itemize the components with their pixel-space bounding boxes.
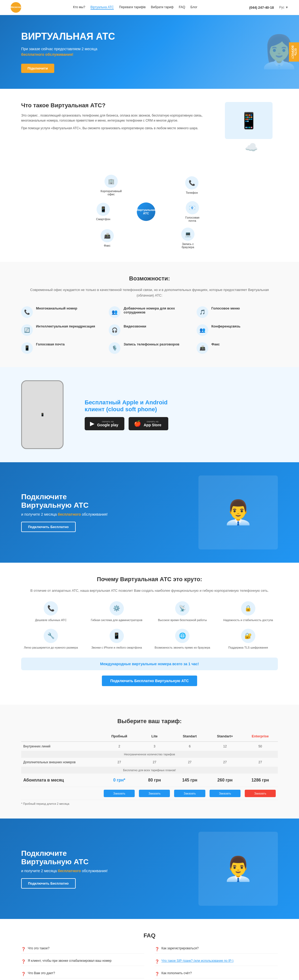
feature-voicemail: 📱 Голосовая почта xyxy=(21,342,102,354)
what-text2: При помощи услуги «Виртуальная АТС», Вы … xyxy=(21,126,214,131)
what-image: 📱 ☁️ xyxy=(225,102,278,154)
features-subtitle: Современный офис нуждается не только в к… xyxy=(21,287,278,298)
hero-connect-button[interactable]: Підключити xyxy=(21,64,54,73)
faq-text-8[interactable]: Как пополнить счёт? xyxy=(161,971,192,975)
cta1-button[interactable]: Подключить Бесплатно xyxy=(21,522,76,532)
why-grid: 📞 Дешевле обычных АТС ⚙️ Гибкая система … xyxy=(21,601,278,650)
why-label-5: Звонки с iPhone и любого смартфона xyxy=(91,646,142,650)
header-right: (044) 247-40-18 Рус ▼ xyxy=(249,6,288,10)
feature-conference: 👥 Конференцсвязь xyxy=(197,324,278,336)
office-label: Корпоративный офис xyxy=(101,189,122,196)
plan-btn-0[interactable]: Заказать xyxy=(104,790,135,797)
pricing-section-row-1: Неограниченное количество тарифов xyxy=(21,751,278,758)
feature-recording: 🎙️ Запись телефонных разговоров xyxy=(109,342,190,354)
section-row-label-1: Неограниченное количество тарифов xyxy=(21,751,278,758)
faq-item-6[interactable]: ❓ Как зарегистрироваться? xyxy=(155,944,278,954)
browser-icon: 💻 xyxy=(181,228,195,241)
plan-btn-1[interactable]: Заказать xyxy=(139,790,170,797)
faq-icon-8: ❓ xyxy=(155,972,159,976)
faq-text-2[interactable]: Что Вам это дает? xyxy=(28,971,55,975)
pricing-col-4: Enterprise xyxy=(243,731,278,741)
price-val-2: 145 грн xyxy=(172,773,207,787)
nav-item-faq[interactable]: FAQ xyxy=(179,5,185,10)
hero-content: ВИРТУАЛЬНАЯ АТС При заказе сейчас предос… xyxy=(21,31,115,73)
cta1-person-illustration: 👨‍💼 xyxy=(198,476,278,549)
logo-line2: КОМУНІКАЦІЇ xyxy=(13,6,25,8)
faq-text-6[interactable]: Как зарегистрироваться? xyxy=(161,947,199,950)
diagram-section: 🏢 Корпоративный офис 📞 Телефон 📱 Смартфо… xyxy=(0,167,299,262)
faq-text-1[interactable]: Я клиент, чтобы при звонке сглабализиров… xyxy=(28,959,111,963)
ask-question-button[interactable]: ЕСТЬ ВОПРОС? xyxy=(289,42,299,62)
ivr-icon: 🎵 xyxy=(197,306,208,318)
faq-item-7[interactable]: ❓ Что такое SIP-транк? (или использовани… xyxy=(155,957,278,966)
faq-item-8[interactable]: ❓ Как пополнить счёт? xyxy=(155,969,278,978)
row-val-3-3: 27 xyxy=(208,758,243,767)
smartphone-label: Смартфон xyxy=(96,218,110,221)
plan-btn-4[interactable]: Заказать xyxy=(245,790,276,797)
phone-diagram-icon: 📞 xyxy=(185,176,198,189)
voicemail-icon: 📧 xyxy=(186,201,199,214)
why-cta-button[interactable]: Подключить Бесплатно Виртуальную АТС xyxy=(102,676,197,686)
diagram-item-office: 🏢 Корпоративный офис xyxy=(101,175,122,196)
cta2-button[interactable]: Подключить Бесплатно xyxy=(21,878,76,889)
why-item-0: 📞 Дешевле обычных АТС xyxy=(21,601,81,622)
pricing-price-row: Абонплата в месяц 0 грн* 80 грн 145 грн … xyxy=(21,773,278,787)
row-label-3: Дополнительных внешних номеров xyxy=(21,758,102,767)
row-val-3-4: 27 xyxy=(243,758,278,767)
why-subtitle: В отличие от аппаратных АТС, наша виртуа… xyxy=(21,588,278,593)
what-title: Что такое Виртуальная АТС? xyxy=(21,102,214,109)
row-val-0-4: 50 xyxy=(243,741,278,751)
google-label: Google play xyxy=(97,423,118,427)
cta-section-2: Подключите Виртуальную АТС и получите 2 … xyxy=(0,819,299,919)
app-phone-illustration: 📱 xyxy=(21,380,74,449)
feature-extensions: 👥 Добавочные номера для всех сотрудников xyxy=(109,306,190,318)
hero-title: ВИРТУАЛЬНАЯ АТС xyxy=(21,31,115,42)
row-label-0: Внутренних линий xyxy=(21,741,102,751)
diagram-center-vats: Виртуальная АТС xyxy=(137,202,155,221)
plan-btn-3[interactable]: Заказать xyxy=(209,790,240,797)
table-row: Внутренних линий 2 3 6 12 50 xyxy=(21,741,278,751)
phone-illustration: 📱 xyxy=(225,102,273,139)
why-label-2: Высокое время безотказной работы xyxy=(158,618,207,622)
conference-icon: 👥 xyxy=(197,324,208,336)
row-val-0-0: 2 xyxy=(102,741,137,751)
diagram-item-phone: 📞 Телефон xyxy=(185,176,198,194)
cta1-text: Подключите Виртуальную АТС и получите 2 … xyxy=(21,493,188,532)
why-label-0: Дешевле обычных АТС xyxy=(35,618,67,622)
faq-item-1[interactable]: ❓ Я клиент, чтобы при звонке сглабализир… xyxy=(21,957,144,966)
feature-ivr: 🎵 Голосовое меню xyxy=(197,306,278,318)
voicemail-feat-icon: 📱 xyxy=(21,342,33,354)
lang-switcher[interactable]: Рус ▼ xyxy=(279,6,288,9)
extensions-icon: 👥 xyxy=(109,306,120,318)
faq-text-0[interactable]: Что это такое? xyxy=(28,947,50,950)
faq-item-0[interactable]: ❓ Что это такое? xyxy=(21,944,144,954)
faq-section: FAQ ❓ Что это такое? ❓ Как зарегистриров… xyxy=(0,919,299,980)
nav-item-advantages[interactable]: Переваги тарифів xyxy=(119,5,146,10)
nav-item-who[interactable]: Кто мы? xyxy=(73,5,85,10)
why-icon-4: 🔧 xyxy=(44,629,58,643)
why-section: Почему Виртуальная АТС это круто: В отли… xyxy=(0,563,299,705)
nav-item-blog[interactable]: Блог xyxy=(190,5,197,10)
app-store-button[interactable]: 🍎 скачать на App Store xyxy=(129,417,168,430)
logo[interactable]: НОВІ КОМУНІКАЦІЇ xyxy=(11,2,21,13)
nav-item-tariff[interactable]: Вибрати тариф xyxy=(151,5,173,10)
plan-btn-2[interactable]: Заказать xyxy=(174,790,205,797)
ivr-title: Голосовое меню xyxy=(211,306,240,310)
faq-item-2[interactable]: ❓ Что Вам это дает? xyxy=(21,969,144,978)
faq-icon-6: ❓ xyxy=(155,947,159,951)
fax-icon: 📠 xyxy=(101,229,114,242)
why-label-6: Возможность звонить прямо из браузера xyxy=(155,646,210,650)
nav-item-vats[interactable]: Віртуальна АТС xyxy=(91,5,114,10)
feature-redirect: 🔄 Интеллектуальная переадресация xyxy=(21,324,102,336)
faq-text-7[interactable]: Что такое SIP-транк? (или использование … xyxy=(161,959,233,963)
row-val-3-2: 27 xyxy=(172,758,207,767)
office-icon: 🏢 xyxy=(104,175,118,188)
extensions-title: Добавочные номера для всех сотрудников xyxy=(123,306,190,314)
google-play-button[interactable]: ▶ скачать на Google play xyxy=(85,417,125,430)
faq-title: FAQ xyxy=(21,932,278,939)
why-label-7: Поддержка TLS шифрования xyxy=(229,646,268,650)
why-item-4: 🔧 Легко расширяется до нужного размера xyxy=(21,629,81,650)
diagram-item-smartphone: 📱 Смартфон xyxy=(96,203,110,221)
cta1-title: Подключите Виртуальную АТС xyxy=(21,493,188,509)
feature-fax: 📠 Факс xyxy=(197,342,278,354)
